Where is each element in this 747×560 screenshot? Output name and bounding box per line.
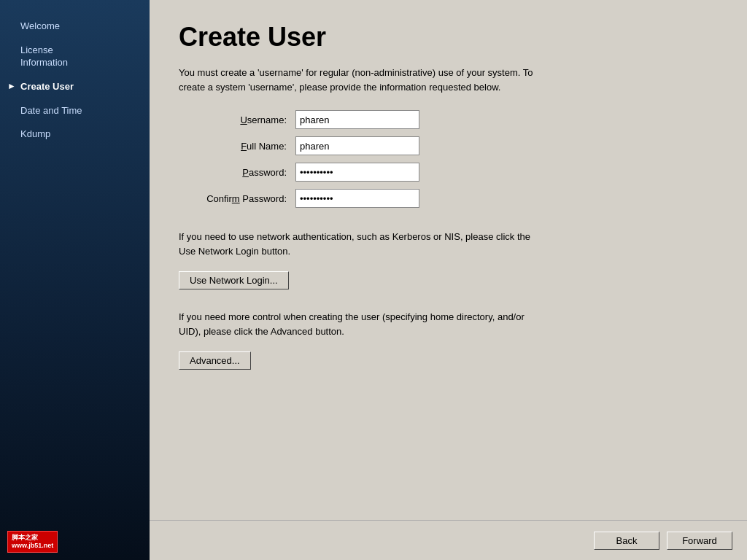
back-button[interactable]: Back	[594, 532, 659, 550]
sidebar-item-date-time-label: Date and Time	[20, 105, 82, 116]
sidebar-item-welcome-label: Welcome	[20, 20, 60, 31]
sidebar: Welcome LicenseInformation ► Create User…	[0, 0, 150, 560]
sidebar-item-license[interactable]: LicenseInformation	[0, 39, 150, 75]
arrow-icon: ►	[7, 81, 16, 93]
sidebar-item-welcome[interactable]: Welcome	[0, 15, 150, 39]
sidebar-item-kdump[interactable]: Kdump	[0, 122, 150, 147]
network-login-button[interactable]: Use Network Login...	[179, 271, 289, 289]
logo-line1: 脚本之家	[12, 534, 53, 542]
password-input[interactable]	[295, 163, 419, 182]
sidebar-item-date-time[interactable]: Date and Time	[0, 99, 150, 123]
fullname-label: Full Name:	[179, 141, 295, 152]
fullname-row: Full Name:	[179, 136, 718, 155]
username-label: Username:	[179, 114, 295, 125]
page-title: Create User	[179, 22, 718, 52]
password-row: Password:	[179, 163, 718, 182]
description-text: You must create a 'username' for regular…	[179, 66, 543, 94]
confirm-password-input[interactable]	[295, 189, 419, 208]
advanced-note-text: If you need more control when creating t…	[179, 310, 543, 338]
fullname-input[interactable]	[295, 136, 419, 155]
bottom-bar: Back Forward	[150, 520, 747, 560]
confirm-password-label: Confirm Password:	[179, 193, 295, 204]
forward-button[interactable]: Forward	[667, 532, 732, 550]
advanced-btn-container: Advanced...	[179, 351, 718, 370]
sidebar-logo: 脚本之家 www.jb51.net	[7, 531, 58, 553]
user-form: Username: Full Name: Password: Confirm P…	[179, 110, 718, 215]
sidebar-item-create-user-label: Create User	[20, 81, 74, 92]
logo-line2: www.jb51.net	[12, 542, 53, 550]
sidebar-item-create-user[interactable]: ► Create User	[0, 75, 150, 99]
confirm-password-row: Confirm Password:	[179, 189, 718, 208]
sidebar-item-license-label: LicenseInformation	[20, 44, 68, 68]
username-input[interactable]	[295, 110, 419, 129]
network-login-btn-container: Use Network Login...	[179, 271, 718, 289]
advanced-button[interactable]: Advanced...	[179, 351, 251, 370]
username-row: Username:	[179, 110, 718, 129]
content-area: Create User You must create a 'username'…	[150, 0, 747, 520]
sidebar-item-kdump-label: Kdump	[20, 128, 50, 139]
network-note-text: If you need to use network authenticatio…	[179, 230, 543, 258]
password-label: Password:	[179, 167, 295, 178]
